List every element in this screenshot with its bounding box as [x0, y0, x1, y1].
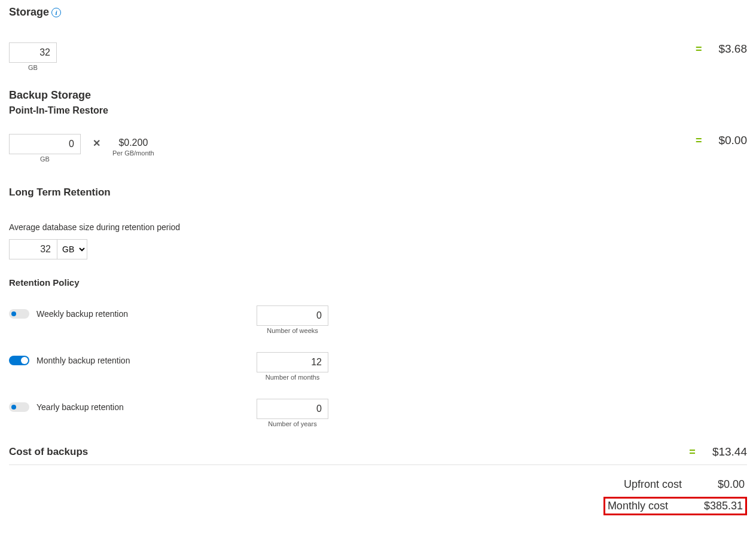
monthly-retention-input[interactable] — [257, 352, 328, 372]
weekly-retention-toggle[interactable] — [9, 309, 29, 319]
avg-db-size-input[interactable] — [9, 239, 57, 259]
monthly-cost-row: Monthly cost $385.31 — [603, 497, 747, 515]
yearly-retention-caption: Number of years — [268, 420, 316, 427]
multiply-icon: ✕ — [93, 134, 100, 149]
storage-heading: Storage — [9, 6, 49, 19]
monthly-retention-toggle[interactable] — [9, 356, 29, 365]
ltr-heading: Long Term Retention — [9, 187, 747, 198]
monthly-cost-value: $385.31 — [704, 500, 743, 512]
storage-size-input[interactable] — [9, 42, 57, 63]
weekly-retention-label: Weekly backup retention — [36, 309, 128, 319]
upfront-cost-value: $0.00 — [718, 478, 745, 491]
yearly-retention-input[interactable] — [257, 399, 328, 419]
weekly-retention-caption: Number of weeks — [267, 327, 318, 334]
equals-icon: = — [696, 135, 702, 147]
yearly-retention-label: Yearly backup retention — [36, 402, 124, 412]
backup-storage-heading: Backup Storage — [9, 89, 91, 102]
equals-icon: = — [696, 43, 702, 56]
pitr-rate-label: Per GB/month — [112, 149, 154, 157]
yearly-retention-toggle[interactable] — [9, 402, 29, 412]
pitr-price: $0.00 — [718, 134, 747, 147]
pitr-size-input[interactable] — [9, 134, 81, 154]
avg-db-size-label: Average database size during retention p… — [9, 222, 747, 232]
storage-price: $3.68 — [718, 42, 747, 56]
pitr-unit-label: GB — [40, 155, 50, 163]
monthly-retention-label: Monthly backup retention — [36, 356, 130, 365]
info-icon[interactable]: i — [51, 8, 61, 17]
equals-icon: = — [689, 446, 696, 459]
cost-of-backups-price: $13.44 — [712, 445, 747, 459]
upfront-cost-row: Upfront cost $0.00 — [621, 477, 747, 492]
monthly-retention-caption: Number of months — [266, 374, 319, 381]
storage-unit-label: GB — [28, 64, 38, 71]
divider — [9, 465, 747, 465]
pitr-heading: Point-In-Time Restore — [9, 105, 747, 116]
pitr-rate: $0.200 — [118, 134, 148, 148]
retention-policy-heading: Retention Policy — [9, 277, 747, 288]
cost-of-backups-label: Cost of backups — [9, 446, 88, 458]
avg-db-size-unit-select[interactable]: GB — [57, 239, 87, 259]
weekly-retention-input[interactable] — [257, 305, 328, 326]
monthly-cost-label: Monthly cost — [608, 500, 668, 512]
upfront-cost-label: Upfront cost — [624, 478, 682, 491]
